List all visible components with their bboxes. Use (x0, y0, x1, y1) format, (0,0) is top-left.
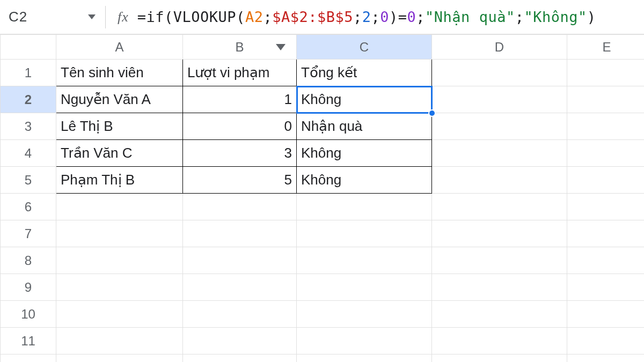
cell-D11[interactable] (432, 328, 567, 354)
tok-sc5: ; (515, 9, 524, 25)
tok-op2: ( (236, 9, 245, 25)
cell-C3[interactable]: Nhận quà (297, 113, 432, 140)
cell-A10[interactable] (56, 301, 183, 328)
row-header-1[interactable]: 1 (1, 60, 56, 86)
cell-E1[interactable] (567, 60, 645, 86)
cell-B7[interactable] (183, 220, 297, 247)
cell-E2[interactable] (567, 86, 645, 113)
cell-E4[interactable] (567, 140, 645, 167)
cell-C10[interactable] (297, 301, 432, 328)
cell-D6[interactable] (432, 194, 567, 220)
tok-two: 2 (362, 9, 371, 25)
cell-B12[interactable] (183, 354, 297, 363)
cell-E5[interactable] (567, 167, 645, 194)
cell-D12[interactable] (432, 354, 567, 363)
cell-B10[interactable] (183, 301, 297, 328)
row-header-11[interactable]: 11 (1, 328, 56, 354)
cell-B9[interactable] (183, 274, 297, 301)
cell-D8[interactable] (432, 247, 567, 274)
row-header-2[interactable]: 2 (1, 86, 56, 113)
cell-A12[interactable] (56, 354, 183, 363)
cell-B2[interactable]: 1 (183, 86, 297, 113)
cell-D3[interactable] (432, 113, 567, 140)
row-header-10[interactable]: 10 (1, 301, 56, 328)
cell-C8[interactable] (297, 247, 432, 274)
cell-D7[interactable] (432, 220, 567, 247)
col-header-A[interactable]: A (56, 35, 183, 60)
cell-C5[interactable]: Không (297, 167, 432, 194)
cell-A11[interactable] (56, 328, 183, 354)
cell-D4[interactable] (432, 140, 567, 167)
tok-a2: A2 (245, 9, 264, 25)
col-header-D[interactable]: D (432, 35, 567, 60)
cell-E6[interactable] (567, 194, 645, 220)
row-header-8[interactable]: 8 (1, 247, 56, 274)
cell-D9[interactable] (432, 274, 567, 301)
cell-B8[interactable] (183, 247, 297, 274)
spreadsheet-grid[interactable]: A B C D E 1 Tên sinh viên Lượt vi phạm T… (0, 34, 644, 362)
cell-A4[interactable]: Trần Văn C (56, 140, 183, 167)
cell-A9[interactable] (56, 274, 183, 301)
fx-label: fx (118, 9, 129, 25)
tok-range: $A$2:$B$5 (272, 9, 353, 25)
tok-sc1: ; (263, 9, 272, 25)
row-header-6[interactable]: 6 (1, 194, 56, 220)
name-box[interactable]: C2 (9, 9, 105, 25)
cell-B5[interactable]: 5 (183, 167, 297, 194)
cell-C2[interactable]: Không (297, 86, 432, 113)
cell-A2[interactable]: Nguyễn Văn A (56, 86, 183, 113)
tok-sc2: ; (353, 9, 362, 25)
cell-D1[interactable] (432, 60, 567, 86)
cell-C4[interactable]: Không (297, 140, 432, 167)
cell-B6[interactable] (183, 194, 297, 220)
name-box-dropdown-icon[interactable] (88, 14, 96, 19)
cell-A3[interactable]: Lê Thị B (56, 113, 183, 140)
tok-zero1: 0 (380, 9, 389, 25)
col-header-E[interactable]: E (567, 35, 645, 60)
select-all-corner[interactable] (1, 35, 56, 60)
row-header-3[interactable]: 3 (1, 113, 56, 140)
tok-sc4: ; (416, 9, 425, 25)
filter-dropdown-icon[interactable] (276, 44, 286, 50)
cell-E10[interactable] (567, 301, 645, 328)
cell-C1[interactable]: Tổng kết (297, 60, 432, 86)
tok-vlookup: VLOOKUP (173, 9, 236, 25)
row-header-9[interactable]: 9 (1, 274, 56, 301)
tok-if: if (147, 9, 165, 25)
tok-cp: ) (389, 9, 398, 25)
cell-D10[interactable] (432, 301, 567, 328)
cell-D5[interactable] (432, 167, 567, 194)
col-header-B[interactable]: B (183, 35, 297, 60)
formula-input[interactable]: =if(VLOOKUP(A2;$A$2:$B$5;2;0)=0;"Nhận qu… (137, 9, 596, 25)
cell-A5[interactable]: Phạm Thị B (56, 167, 183, 194)
col-header-C[interactable]: C (297, 35, 432, 60)
row-header-12[interactable]: 12 (1, 354, 56, 363)
cell-B11[interactable] (183, 328, 297, 354)
tok-eq: = (137, 9, 147, 25)
cell-A7[interactable] (56, 220, 183, 247)
cell-C6[interactable] (297, 194, 432, 220)
cell-A8[interactable] (56, 247, 183, 274)
cell-C7[interactable] (297, 220, 432, 247)
tok-str2: "Không" (524, 9, 587, 25)
cell-B4[interactable]: 3 (183, 140, 297, 167)
cell-C11[interactable] (297, 328, 432, 354)
row-header-4[interactable]: 4 (1, 140, 56, 167)
cell-C9[interactable] (297, 274, 432, 301)
cell-A6[interactable] (56, 194, 183, 220)
cell-E11[interactable] (567, 328, 645, 354)
formula-bar-row: C2 fx =if(VLOOKUP(A2;$A$2:$B$5;2;0)=0;"N… (0, 0, 644, 34)
cell-D2[interactable] (432, 86, 567, 113)
row-header-7[interactable]: 7 (1, 220, 56, 247)
cell-B3[interactable]: 0 (183, 113, 297, 140)
cell-E12[interactable] (567, 354, 645, 363)
cell-A1[interactable]: Tên sinh viên (56, 60, 183, 86)
cell-E8[interactable] (567, 247, 645, 274)
tok-cp2: ) (587, 9, 596, 25)
cell-B1[interactable]: Lượt vi phạm (183, 60, 297, 86)
row-header-5[interactable]: 5 (1, 167, 56, 194)
cell-C12[interactable] (297, 354, 432, 363)
cell-E3[interactable] (567, 113, 645, 140)
cell-E9[interactable] (567, 274, 645, 301)
cell-E7[interactable] (567, 220, 645, 247)
